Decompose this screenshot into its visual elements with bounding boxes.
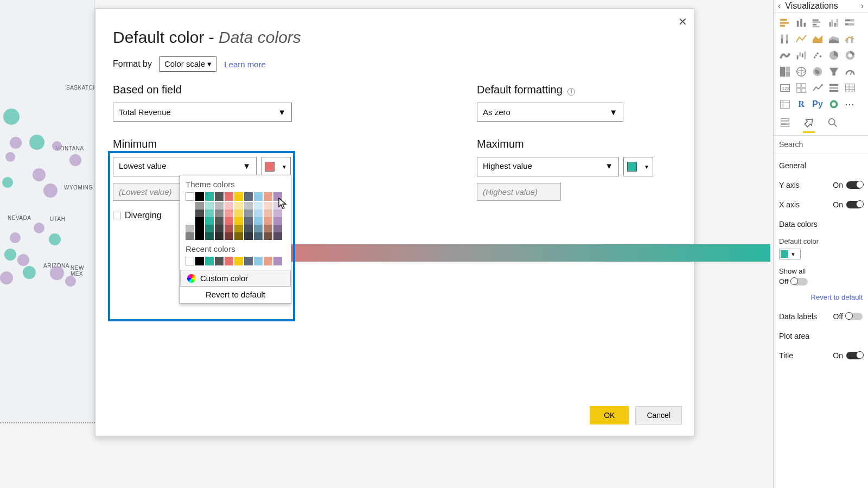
close-icon[interactable]: ✕ <box>678 15 687 28</box>
stacked-column-icon[interactable] <box>794 16 808 30</box>
color-swatch[interactable] <box>234 232 243 240</box>
color-swatch[interactable] <box>186 210 194 217</box>
minimum-select[interactable]: Lowest value▼ <box>113 157 257 176</box>
color-swatch[interactable] <box>273 257 282 265</box>
color-swatch[interactable] <box>215 232 224 240</box>
toggle-icon[interactable] <box>846 352 863 359</box>
color-swatch[interactable] <box>244 232 253 240</box>
color-swatch[interactable] <box>244 192 253 201</box>
color-swatch[interactable] <box>234 257 243 265</box>
color-swatch[interactable] <box>244 217 253 225</box>
waterfall-icon[interactable] <box>794 48 808 62</box>
color-swatch[interactable] <box>205 257 214 265</box>
clustered-bar-icon[interactable] <box>810 16 825 30</box>
color-swatch[interactable] <box>264 192 272 201</box>
color-swatch[interactable] <box>205 232 214 240</box>
default-formatting-select[interactable]: As zero▼ <box>477 103 623 122</box>
color-swatch[interactable] <box>264 217 272 225</box>
color-swatch[interactable] <box>264 202 272 210</box>
card-icon[interactable]: 123 <box>778 81 792 95</box>
color-swatch[interactable] <box>186 257 194 265</box>
stacked-area-icon[interactable] <box>827 32 841 46</box>
multi-card-icon[interactable] <box>794 81 808 95</box>
color-swatch[interactable] <box>273 210 282 217</box>
color-swatch[interactable] <box>205 192 214 201</box>
color-swatch[interactable] <box>234 217 243 225</box>
color-swatch[interactable] <box>186 232 194 240</box>
slicer-icon[interactable] <box>827 81 841 95</box>
color-swatch[interactable] <box>254 192 263 201</box>
color-swatch[interactable] <box>186 202 194 210</box>
color-swatch[interactable] <box>264 257 272 265</box>
color-swatch[interactable] <box>195 232 204 240</box>
funnel-icon[interactable] <box>827 65 841 79</box>
maximum-select[interactable]: Highest value▼ <box>477 157 619 176</box>
info-icon[interactable]: i <box>567 88 575 96</box>
color-swatch[interactable] <box>215 257 224 265</box>
prop-data-labels[interactable]: Data labels Off <box>774 307 868 326</box>
toggle-icon[interactable] <box>792 278 808 286</box>
revert-link[interactable]: Revert to default <box>774 290 868 307</box>
scatter-icon[interactable] <box>810 48 825 62</box>
revert-to-default-button[interactable]: Revert to default <box>180 287 291 303</box>
color-swatch[interactable] <box>273 232 282 240</box>
color-swatch[interactable] <box>205 225 214 232</box>
color-swatch[interactable] <box>264 232 272 240</box>
donut-icon[interactable] <box>843 48 857 62</box>
python-visual-icon[interactable]: Py <box>810 97 825 111</box>
color-swatch[interactable] <box>215 202 224 210</box>
minimum-color-button[interactable]: ▼ <box>261 157 291 176</box>
fields-tab[interactable] <box>779 117 791 133</box>
color-swatch[interactable] <box>244 225 253 232</box>
color-swatch[interactable] <box>195 257 204 265</box>
based-on-field-select[interactable]: Total Revenue▼ <box>113 103 292 122</box>
color-swatch[interactable] <box>225 192 233 201</box>
ribbon-chart-icon[interactable] <box>778 48 792 62</box>
collapse-right-icon[interactable]: › <box>860 1 865 11</box>
color-swatch[interactable] <box>186 192 194 201</box>
color-swatch[interactable] <box>234 210 243 217</box>
color-swatch[interactable] <box>254 257 263 265</box>
pie-icon[interactable] <box>827 48 841 62</box>
matrix-icon[interactable] <box>778 97 792 111</box>
collapse-left-icon[interactable]: ‹ <box>777 1 782 11</box>
color-swatch[interactable] <box>215 225 224 232</box>
r-visual-icon[interactable]: R <box>794 97 808 111</box>
prop-general[interactable]: General <box>774 156 868 175</box>
color-swatch[interactable] <box>195 210 204 217</box>
stacked-column-100-icon[interactable] <box>778 32 792 46</box>
learn-more-link[interactable]: Learn more <box>224 60 266 69</box>
maximum-color-button[interactable]: ▼ <box>623 157 653 176</box>
map-icon[interactable] <box>794 65 808 79</box>
table-icon[interactable] <box>843 81 857 95</box>
color-swatch[interactable] <box>254 202 263 210</box>
prop-plot-area[interactable]: Plot area <box>774 326 868 346</box>
ok-button[interactable]: OK <box>590 406 629 424</box>
color-swatch[interactable] <box>186 217 194 225</box>
color-swatch[interactable] <box>225 225 233 232</box>
format-tab[interactable] <box>803 117 815 133</box>
stacked-bar-100-icon[interactable] <box>843 16 857 30</box>
color-swatch[interactable] <box>254 217 263 225</box>
color-swatch[interactable] <box>195 217 204 225</box>
color-swatch[interactable] <box>254 210 263 217</box>
custom-color-button[interactable]: Custom color <box>180 270 291 287</box>
color-swatch[interactable] <box>234 225 243 232</box>
treemap-icon[interactable] <box>778 65 792 79</box>
arcgis-icon[interactable] <box>827 97 841 111</box>
line-column-icon[interactable] <box>843 32 857 46</box>
analytics-tab[interactable] <box>827 117 839 133</box>
line-chart-icon[interactable] <box>794 32 808 46</box>
color-swatch[interactable] <box>244 210 253 217</box>
color-swatch[interactable] <box>273 217 282 225</box>
color-swatch[interactable] <box>234 202 243 210</box>
color-swatch[interactable] <box>225 257 233 265</box>
color-swatch[interactable] <box>195 202 204 210</box>
clustered-column-icon[interactable] <box>827 16 841 30</box>
gauge-icon[interactable] <box>843 65 857 79</box>
color-swatch[interactable] <box>264 210 272 217</box>
color-swatch[interactable] <box>244 202 253 210</box>
color-swatch[interactable] <box>273 192 282 201</box>
color-swatch[interactable] <box>215 210 224 217</box>
search-input[interactable]: Search <box>774 136 868 154</box>
